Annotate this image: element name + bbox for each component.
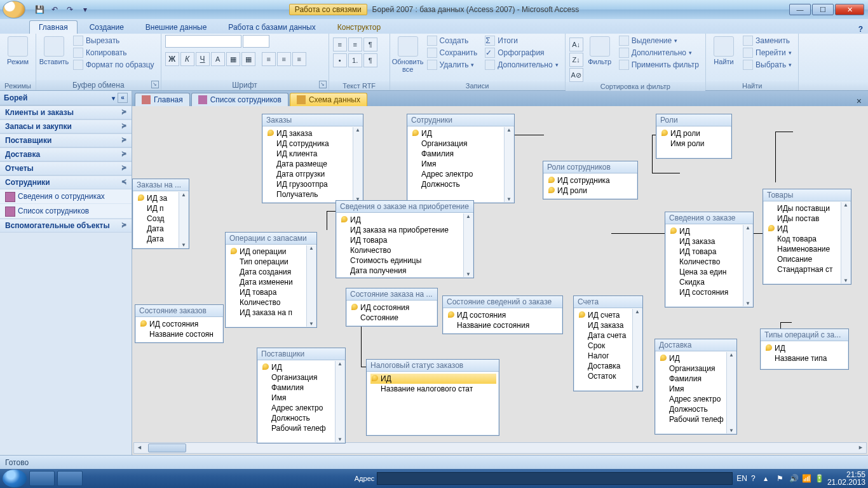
table-title[interactable]: Заказы на ... <box>133 179 189 191</box>
table-field[interactable]: Адрес электро <box>411 169 503 179</box>
table-sostoyanie_sved[interactable]: Состояние сведений о заказеИД состоянияН… <box>442 295 563 334</box>
table-title[interactable]: Доставка <box>655 339 736 351</box>
refresh-all-button[interactable]: Обновить все <box>394 35 422 74</box>
select-button[interactable]: Выбрать▾ <box>740 59 794 71</box>
table-nalog[interactable]: Налоговый статус заказовИДНазвание налог… <box>366 359 499 436</box>
table-field[interactable]: ИД счета <box>578 310 631 320</box>
table-title[interactable]: Сведения о заказе <box>665 212 753 224</box>
table-field[interactable]: Должность <box>659 404 725 414</box>
nav-item[interactable]: Список сотрудников <box>0 204 132 219</box>
paste-button[interactable]: Вставить <box>40 35 68 67</box>
table-field[interactable]: ИД заказа на приобретение <box>340 225 462 235</box>
ribbon-tab-design[interactable]: Конструктор <box>328 20 390 34</box>
table-field[interactable]: Организация <box>411 139 503 149</box>
table-field[interactable]: Дата отгрузки <box>266 169 351 179</box>
table-field[interactable]: ИД за <box>137 193 177 203</box>
table-field[interactable]: Адрес электро <box>659 394 725 404</box>
table-field[interactable]: ИД операции <box>229 247 305 257</box>
table-field[interactable]: Получатель <box>266 189 351 200</box>
qat-undo-icon[interactable]: ↶ <box>48 3 61 16</box>
table-svedeniya_priobr[interactable]: Сведения о заказе на приобретениеИДИД за… <box>336 200 474 278</box>
table-field[interactable]: Организация <box>261 372 334 383</box>
table-field[interactable]: Стоимость единицы <box>340 255 462 266</box>
table-field[interactable]: Код товара <box>767 234 839 244</box>
table-field[interactable]: Дата размеще <box>266 159 351 169</box>
table-field[interactable]: Имя <box>659 384 725 394</box>
table-field[interactable]: ИД состояния <box>350 302 435 313</box>
align-center-button[interactable]: ≡ <box>277 52 291 66</box>
table-field[interactable]: ИД товара <box>340 235 462 245</box>
table-field[interactable]: Название типа <box>764 353 846 363</box>
view-button[interactable]: Режим <box>4 35 32 67</box>
table-title[interactable]: Сотрудники <box>407 114 514 126</box>
table-title[interactable]: Операции с запасами <box>226 233 316 245</box>
goto-button[interactable]: Перейти▾ <box>740 47 794 58</box>
table-title[interactable]: Роли <box>656 114 731 126</box>
tray-help-icon[interactable]: ? <box>751 474 760 483</box>
table-scrollbar[interactable] <box>335 361 344 442</box>
dialog-launcher-icon[interactable]: ↘ <box>319 81 327 88</box>
table-field[interactable]: ИД <box>261 362 334 372</box>
table-field[interactable]: Тип операции <box>229 257 305 267</box>
table-field[interactable]: Рабочий телеф <box>261 423 334 433</box>
window-close-button[interactable]: ✕ <box>835 4 864 15</box>
table-title[interactable]: Типы операций с за... <box>761 329 848 341</box>
table-title[interactable]: Товары <box>763 189 851 201</box>
underline-button[interactable]: Ч <box>196 52 210 66</box>
nav-category[interactable]: Отчеты≽ <box>0 161 132 175</box>
table-field[interactable]: ИД <box>764 343 846 353</box>
sort-desc-button[interactable]: Z↓ <box>569 53 583 67</box>
table-zakazy_na[interactable]: Заказы на ...ИД заИД пСоздДатаДата <box>132 179 189 249</box>
table-scrollbar[interactable] <box>632 309 642 390</box>
table-field[interactable]: ИД п <box>137 203 177 214</box>
table-field[interactable]: ИД заказа <box>669 236 742 247</box>
italic-button[interactable]: К <box>180 52 194 66</box>
ribbon-tab-home[interactable]: Главная <box>29 20 78 34</box>
fill-color-button[interactable]: ▦ <box>226 52 240 66</box>
table-field[interactable]: Фамилия <box>411 149 503 159</box>
table-scrollbar[interactable] <box>743 225 752 306</box>
table-field[interactable]: ИД роли <box>547 186 635 196</box>
table-field[interactable]: ИД состояния <box>669 287 742 297</box>
table-field[interactable]: ИД грузоотпра <box>266 179 351 189</box>
indent-dec-button[interactable]: ≡ <box>333 37 347 51</box>
table-sotrudniki[interactable]: СотрудникиИДОрганизацияФамилияИмяАдрес э… <box>407 114 515 203</box>
navpane-header[interactable]: Борей ▾ « <box>0 91 132 105</box>
cut-button[interactable]: Вырезать <box>71 35 157 46</box>
font-color-button[interactable]: A <box>211 52 225 66</box>
bold-button[interactable]: Ж <box>165 52 179 66</box>
tray-battery-icon[interactable]: 🔋 <box>815 474 824 483</box>
table-field[interactable]: Налог <box>578 351 631 361</box>
table-field[interactable]: Остаток <box>578 371 631 381</box>
help-icon[interactable]: ? <box>858 25 863 34</box>
table-roli[interactable]: РолиИД ролиИмя роли <box>656 114 732 159</box>
table-scrollbar[interactable] <box>504 127 513 202</box>
table-field[interactable]: Название состоян <box>139 329 220 339</box>
table-field[interactable]: Количество <box>669 257 742 267</box>
advanced-filter-button[interactable]: Дополнительно▾ <box>616 47 702 58</box>
table-scrollbar[interactable] <box>179 192 188 248</box>
table-field[interactable]: Состояние <box>350 313 435 323</box>
table-field[interactable]: Должность <box>411 179 503 189</box>
table-dostavka[interactable]: ДоставкаИДОрганизацияФамилияИмяАдрес эле… <box>654 339 737 435</box>
table-field[interactable]: ИД состояния <box>139 319 220 329</box>
tray-chevron-up-icon[interactable]: ▴ <box>764 474 773 483</box>
table-field[interactable]: Должность <box>261 413 334 423</box>
align-left-button[interactable]: ≡ <box>262 52 276 66</box>
table-field[interactable]: Количество <box>229 297 305 308</box>
tray-flag-icon[interactable]: ⚑ <box>776 474 785 483</box>
nav-category[interactable]: Клиенты и заказы≽ <box>0 105 132 119</box>
table-title[interactable]: Поставщики <box>257 348 345 360</box>
navpane-collapse-button[interactable]: « <box>118 93 128 103</box>
numbering-button[interactable]: 1. <box>348 53 362 67</box>
taskbar-app-explorer[interactable] <box>29 471 55 486</box>
doc-tab-employees[interactable]: Список сотрудников <box>191 93 288 106</box>
office-button[interactable] <box>3 1 25 18</box>
table-field[interactable]: Организация <box>659 363 725 374</box>
table-field[interactable]: ИДы поставщи <box>767 203 839 214</box>
align-right-button[interactable]: ≡ <box>292 52 306 66</box>
table-scrollbar[interactable] <box>353 127 362 202</box>
table-roli_sotr[interactable]: Роли сотрудниковИД сотрудникаИД роли <box>543 161 638 200</box>
table-scheta[interactable]: СчетаИД счетаИД заказаДата счетаСрокНало… <box>573 295 643 391</box>
table-field[interactable]: ИДы постав <box>767 214 839 224</box>
